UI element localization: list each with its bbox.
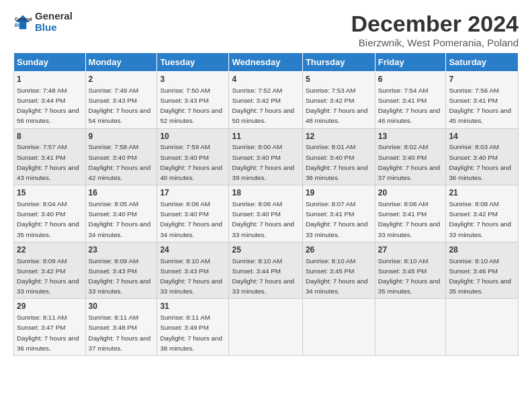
day-info: Sunrise: 8:06 AMSunset: 3:40 PMDaylight:…	[232, 200, 294, 238]
day-header-monday: Monday	[85, 53, 157, 72]
day-number: 10	[160, 131, 226, 142]
calendar-cell	[446, 299, 519, 356]
calendar-cell: 7Sunrise: 7:56 AMSunset: 3:41 PMDaylight…	[446, 72, 519, 129]
calendar-cell: 12Sunrise: 8:01 AMSunset: 3:40 PMDayligh…	[302, 128, 375, 185]
day-info: Sunrise: 7:50 AMSunset: 3:43 PMDaylight:…	[160, 87, 222, 125]
day-number: 22	[17, 244, 83, 256]
day-info: Sunrise: 7:48 AMSunset: 3:44 PMDaylight:…	[17, 87, 79, 125]
day-number: 26	[306, 244, 372, 256]
calendar-cell	[302, 299, 375, 356]
day-number: 7	[449, 74, 515, 85]
day-info: Sunrise: 8:02 AMSunset: 3:40 PMDaylight:…	[378, 143, 441, 181]
day-number: 18	[232, 187, 299, 199]
day-info: Sunrise: 8:11 AMSunset: 3:49 PMDaylight:…	[160, 314, 222, 352]
day-info: Sunrise: 7:49 AMSunset: 3:43 PMDaylight:…	[89, 87, 151, 125]
day-number: 17	[160, 187, 226, 199]
day-number: 4	[232, 74, 299, 85]
calendar-cell: 15Sunrise: 8:04 AMSunset: 3:40 PMDayligh…	[14, 185, 86, 242]
calendar-cell: 30Sunrise: 8:11 AMSunset: 3:48 PMDayligh…	[85, 299, 157, 356]
svg-text:General: General	[15, 17, 32, 21]
svg-text:Blue: Blue	[15, 23, 25, 28]
day-number: 27	[378, 244, 443, 256]
calendar-cell: 28Sunrise: 8:10 AMSunset: 3:46 PMDayligh…	[446, 242, 519, 299]
subtitle: Bierzwnik, West Pomerania, Poland	[351, 37, 519, 48]
day-number: 8	[17, 131, 83, 142]
calendar-cell: 13Sunrise: 8:02 AMSunset: 3:40 PMDayligh…	[375, 128, 446, 185]
day-info: Sunrise: 7:57 AMSunset: 3:41 PMDaylight:…	[17, 143, 79, 181]
day-number: 19	[306, 187, 372, 199]
calendar-cell	[229, 299, 302, 356]
day-info: Sunrise: 7:56 AMSunset: 3:41 PMDaylight:…	[449, 87, 511, 125]
day-info: Sunrise: 8:00 AMSunset: 3:40 PMDaylight:…	[232, 143, 294, 181]
day-number: 12	[306, 131, 372, 142]
calendar-cell: 21Sunrise: 8:08 AMSunset: 3:42 PMDayligh…	[446, 185, 519, 242]
calendar-cell	[375, 299, 446, 356]
day-number: 20	[378, 187, 443, 199]
day-header-wednesday: Wednesday	[229, 53, 302, 72]
calendar-cell: 2Sunrise: 7:49 AMSunset: 3:43 PMDaylight…	[85, 72, 157, 129]
day-info: Sunrise: 8:10 AMSunset: 3:46 PMDaylight:…	[449, 257, 511, 295]
day-number: 14	[449, 131, 515, 142]
calendar-cell: 31Sunrise: 8:11 AMSunset: 3:49 PMDayligh…	[157, 299, 229, 356]
day-info: Sunrise: 8:09 AMSunset: 3:42 PMDaylight:…	[17, 257, 79, 295]
day-header-sunday: Sunday	[14, 53, 86, 72]
day-number: 29	[17, 301, 83, 312]
day-number: 3	[160, 74, 226, 85]
calendar-cell: 10Sunrise: 7:59 AMSunset: 3:40 PMDayligh…	[157, 128, 229, 185]
day-info: Sunrise: 8:03 AMSunset: 3:40 PMDaylight:…	[449, 143, 511, 181]
day-info: Sunrise: 8:07 AMSunset: 3:41 PMDaylight:…	[306, 200, 368, 238]
day-number: 25	[232, 244, 299, 256]
day-number: 16	[89, 187, 154, 199]
day-number: 9	[89, 131, 154, 142]
calendar-cell: 11Sunrise: 8:00 AMSunset: 3:40 PMDayligh…	[229, 128, 302, 185]
day-number: 2	[89, 74, 154, 85]
day-info: Sunrise: 7:59 AMSunset: 3:40 PMDaylight:…	[160, 143, 222, 181]
logo-blue: Blue	[35, 22, 73, 34]
calendar-cell: 23Sunrise: 8:09 AMSunset: 3:43 PMDayligh…	[85, 242, 157, 299]
day-info: Sunrise: 8:05 AMSunset: 3:40 PMDaylight:…	[89, 200, 151, 238]
day-number: 1	[17, 74, 83, 85]
logo-icon: General Blue	[13, 13, 32, 32]
day-info: Sunrise: 8:10 AMSunset: 3:45 PMDaylight:…	[378, 257, 441, 295]
calendar-cell: 1Sunrise: 7:48 AMSunset: 3:44 PMDaylight…	[14, 72, 86, 129]
day-number: 6	[378, 74, 443, 85]
calendar-cell: 19Sunrise: 8:07 AMSunset: 3:41 PMDayligh…	[302, 185, 375, 242]
day-info: Sunrise: 8:04 AMSunset: 3:40 PMDaylight:…	[17, 200, 79, 238]
day-info: Sunrise: 8:08 AMSunset: 3:41 PMDaylight:…	[378, 200, 441, 238]
calendar-cell: 27Sunrise: 8:10 AMSunset: 3:45 PMDayligh…	[375, 242, 446, 299]
day-info: Sunrise: 8:10 AMSunset: 3:43 PMDaylight:…	[160, 257, 222, 295]
day-info: Sunrise: 8:01 AMSunset: 3:40 PMDaylight:…	[306, 143, 368, 181]
day-info: Sunrise: 7:53 AMSunset: 3:42 PMDaylight:…	[306, 87, 368, 125]
day-header-friday: Friday	[375, 53, 446, 72]
day-header-thursday: Thursday	[302, 53, 375, 72]
day-info: Sunrise: 8:10 AMSunset: 3:44 PMDaylight:…	[232, 257, 294, 295]
day-number: 28	[449, 244, 515, 256]
calendar-cell: 26Sunrise: 8:10 AMSunset: 3:45 PMDayligh…	[302, 242, 375, 299]
calendar-cell: 20Sunrise: 8:08 AMSunset: 3:41 PMDayligh…	[375, 185, 446, 242]
calendar-cell: 29Sunrise: 8:11 AMSunset: 3:47 PMDayligh…	[14, 299, 86, 356]
day-info: Sunrise: 7:58 AMSunset: 3:40 PMDaylight:…	[89, 143, 151, 181]
day-info: Sunrise: 7:54 AMSunset: 3:41 PMDaylight:…	[378, 87, 441, 125]
calendar: SundayMondayTuesdayWednesdayThursdayFrid…	[13, 52, 519, 356]
day-info: Sunrise: 7:52 AMSunset: 3:42 PMDaylight:…	[232, 87, 294, 125]
day-number: 30	[89, 301, 154, 312]
day-info: Sunrise: 8:11 AMSunset: 3:48 PMDaylight:…	[89, 314, 151, 352]
calendar-cell: 24Sunrise: 8:10 AMSunset: 3:43 PMDayligh…	[157, 242, 229, 299]
calendar-cell: 9Sunrise: 7:58 AMSunset: 3:40 PMDaylight…	[85, 128, 157, 185]
calendar-cell: 14Sunrise: 8:03 AMSunset: 3:40 PMDayligh…	[446, 128, 519, 185]
day-info: Sunrise: 8:11 AMSunset: 3:47 PMDaylight:…	[17, 314, 79, 352]
day-number: 21	[449, 187, 515, 199]
calendar-cell: 4Sunrise: 7:52 AMSunset: 3:42 PMDaylight…	[229, 72, 302, 129]
day-number: 11	[232, 131, 299, 142]
day-header-tuesday: Tuesday	[157, 53, 229, 72]
calendar-cell: 22Sunrise: 8:09 AMSunset: 3:42 PMDayligh…	[14, 242, 86, 299]
calendar-cell: 18Sunrise: 8:06 AMSunset: 3:40 PMDayligh…	[229, 185, 302, 242]
day-number: 23	[89, 244, 154, 256]
day-header-saturday: Saturday	[446, 53, 519, 72]
calendar-cell: 25Sunrise: 8:10 AMSunset: 3:44 PMDayligh…	[229, 242, 302, 299]
calendar-cell: 17Sunrise: 8:06 AMSunset: 3:40 PMDayligh…	[157, 185, 229, 242]
calendar-cell: 16Sunrise: 8:05 AMSunset: 3:40 PMDayligh…	[85, 185, 157, 242]
day-number: 31	[160, 301, 226, 312]
calendar-cell: 5Sunrise: 7:53 AMSunset: 3:42 PMDaylight…	[302, 72, 375, 129]
logo: General Blue General Blue	[13, 11, 73, 33]
